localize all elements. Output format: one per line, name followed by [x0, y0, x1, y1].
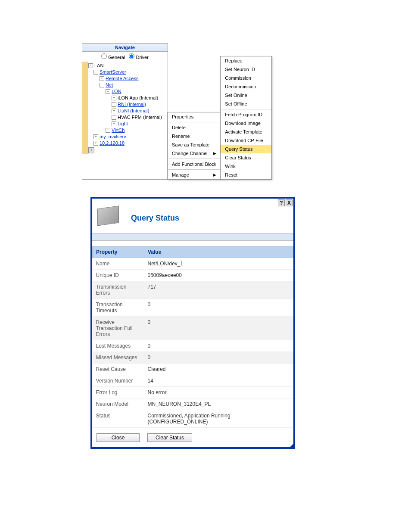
- menu-activate-template[interactable]: Activate Template: [221, 128, 271, 136]
- table-row: Reset CauseCleared: [93, 364, 293, 375]
- col-property: Property: [93, 246, 144, 258]
- value-cell: Cleared: [144, 364, 293, 375]
- device-icon: [97, 205, 119, 226]
- property-cell: Receive Transaction Full Errors: [93, 317, 144, 340]
- property-cell: Name: [93, 258, 144, 270]
- tree-rni[interactable]: +RNI (Internal): [88, 101, 168, 108]
- tree-lon[interactable]: -LON: [88, 88, 168, 95]
- submenu-arrow-icon: ▶: [213, 173, 216, 177]
- value-cell: Net/LON/dev_1: [144, 258, 293, 270]
- property-cell: Transaction Timeouts: [93, 299, 144, 317]
- clear-status-button[interactable]: Clear Status: [147, 433, 192, 442]
- collapse-icon[interactable]: -: [106, 89, 110, 94]
- context-menu-node: Properties Delete Rename Save as Templat…: [167, 112, 221, 180]
- menu-separator: [168, 122, 221, 122]
- context-menu-manage: Replace Set Neuron ID Commission Decommi…: [220, 56, 272, 180]
- tree-smartserver[interactable]: -SmartServer: [88, 69, 168, 75]
- menu-query-status[interactable]: Query Status: [221, 145, 271, 153]
- dialog-window-buttons: ? X: [278, 199, 293, 206]
- tree-virtch[interactable]: +VirtCh: [88, 127, 168, 134]
- dialog-band: [92, 233, 293, 241]
- status-table: Property Value NameNet/LON/dev_1Unique I…: [92, 246, 293, 428]
- expand-icon[interactable]: +: [112, 102, 116, 107]
- tree-ilon-app[interactable]: +iLON App (Internal): [88, 95, 168, 101]
- expand-icon[interactable]: +: [112, 109, 116, 113]
- tree-ip[interactable]: +10.2.120.18: [88, 140, 168, 146]
- menu-set-neuron[interactable]: Set Neuron ID: [221, 65, 271, 74]
- menu-change-channel[interactable]: Change Channel▶: [168, 149, 221, 158]
- expand-icon[interactable]: +: [112, 96, 116, 100]
- value-cell: 14: [144, 375, 293, 387]
- tree-ltani[interactable]: +LtaNI (Internal): [88, 108, 168, 114]
- radio-driver[interactable]: Driver: [129, 55, 148, 60]
- value-cell: MN_NEURON_3120E4_PL: [144, 398, 293, 410]
- radio-general[interactable]: General: [101, 55, 125, 60]
- property-cell: Error Log: [93, 387, 144, 398]
- table-row: Error LogNo error: [93, 387, 293, 398]
- menu-rename[interactable]: Rename: [168, 132, 221, 140]
- menu-add-fb[interactable]: Add Functional Block: [168, 160, 221, 168]
- property-cell: Status: [93, 410, 144, 428]
- property-cell: Lost Messages: [93, 340, 144, 352]
- menu-delete[interactable]: Delete: [168, 123, 221, 132]
- menu-separator: [168, 159, 221, 159]
- tree-body: -LAN -SmartServer +Remote Access -Net -L…: [88, 62, 168, 154]
- tree-net[interactable]: -Net: [88, 82, 168, 88]
- dialog-header: ? X Query Status: [92, 199, 293, 233]
- scroll-left-icon[interactable]: ‹: [88, 147, 94, 153]
- close-dialog-button[interactable]: Close: [97, 433, 140, 442]
- menu-set-online[interactable]: Set Online: [221, 91, 271, 100]
- collapse-icon[interactable]: -: [93, 70, 98, 75]
- value-cell: No error: [144, 387, 293, 398]
- menu-save-template[interactable]: Save as Template: [168, 140, 221, 149]
- property-cell: Reset Cause: [93, 364, 144, 375]
- value-cell: 0: [144, 299, 293, 317]
- tree-lan[interactable]: -LAN: [88, 62, 168, 69]
- value-cell: Commissioned, Application Running (CONFI…: [144, 410, 293, 428]
- menu-set-offline[interactable]: Set Offline: [221, 100, 271, 108]
- collapse-icon[interactable]: -: [88, 63, 93, 68]
- menu-separator: [221, 109, 271, 109]
- menu-separator: [168, 169, 221, 170]
- property-cell: Transmission Errors: [93, 281, 144, 299]
- tree-light[interactable]: +Light: [88, 121, 168, 127]
- table-row: NameNet/LON/dev_1: [93, 258, 293, 270]
- tree-gutter: [82, 62, 88, 154]
- menu-clear-status[interactable]: Clear Status: [221, 153, 271, 162]
- menu-download-image[interactable]: Download Image: [221, 119, 271, 128]
- expand-icon[interactable]: +: [93, 134, 98, 139]
- help-button[interactable]: ?: [278, 199, 285, 206]
- menu-download-cp[interactable]: Download CP-File: [221, 136, 271, 145]
- close-button[interactable]: X: [286, 199, 293, 206]
- expand-icon[interactable]: +: [112, 121, 116, 126]
- collapse-icon[interactable]: -: [100, 83, 104, 87]
- tree-hvac-fpm[interactable]: +HVAC FPM (Internal): [88, 114, 168, 121]
- menu-reset[interactable]: Reset: [221, 171, 271, 179]
- expand-icon[interactable]: +: [106, 128, 110, 133]
- query-status-dialog: ? X Query Status Property Value NameNet/…: [90, 197, 295, 449]
- table-row: Transaction Timeouts0: [93, 299, 293, 317]
- resize-corner-icon[interactable]: [288, 442, 295, 449]
- menu-replace[interactable]: Replace: [221, 56, 271, 65]
- menu-fetch-pid[interactable]: Fetch Program ID: [221, 110, 271, 119]
- value-cell: 0: [144, 352, 293, 364]
- tree-mailserv[interactable]: +my_mailserv: [88, 134, 168, 140]
- expand-icon[interactable]: +: [100, 76, 104, 81]
- menu-decommission[interactable]: Decommission: [221, 82, 271, 91]
- property-cell: Unique ID: [93, 270, 144, 281]
- menu-manage[interactable]: Manage▶: [168, 171, 221, 179]
- value-cell: 0: [144, 340, 293, 352]
- tree-remote-access[interactable]: +Remote Access: [88, 75, 168, 82]
- menu-properties[interactable]: Properties: [168, 112, 221, 121]
- menu-wink[interactable]: Wink: [221, 162, 271, 171]
- value-cell: 0: [144, 317, 293, 340]
- table-row: Missed Messages0: [93, 352, 293, 364]
- menu-commission[interactable]: Commission: [221, 74, 271, 82]
- expand-icon[interactable]: +: [112, 115, 116, 120]
- table-row: Receive Transaction Full Errors0: [93, 317, 293, 340]
- value-cell: 717: [144, 281, 293, 299]
- col-value: Value: [144, 246, 293, 258]
- table-row: Transmission Errors717: [93, 281, 293, 299]
- expand-icon[interactable]: +: [93, 141, 98, 146]
- table-row: Lost Messages0: [93, 340, 293, 352]
